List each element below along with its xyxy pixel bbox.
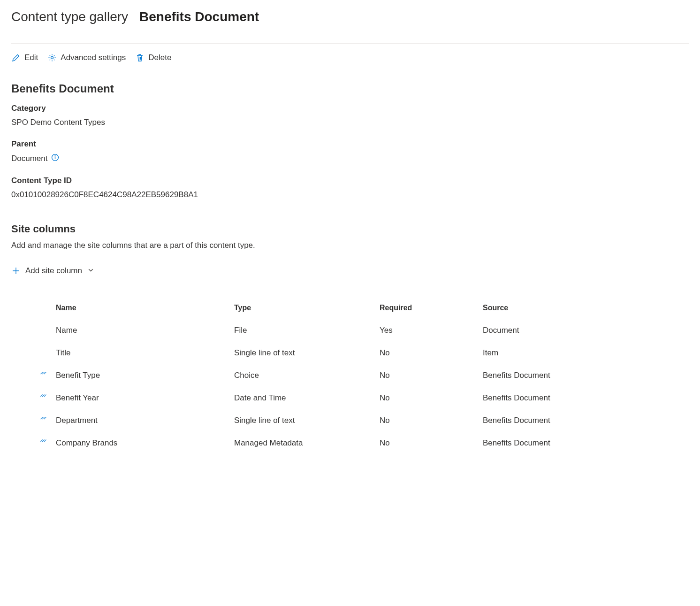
row-name[interactable]: Name [51,319,229,342]
row-type: Single line of text [229,342,375,364]
plus-icon [11,266,21,276]
row-new-indicator [11,432,51,454]
content-type-id-value: 0x01010028926C0F8EC4624C98A22EB59629B8A1 [11,190,689,199]
svg-line-6 [44,372,46,374]
row-new-indicator [11,409,51,432]
add-site-column-label: Add site column [25,266,82,276]
row-source: Benefits Document [478,432,689,454]
row-new-indicator [11,319,51,342]
new-icon [39,394,46,401]
svg-line-14 [43,440,45,442]
column-header-icon [11,297,51,319]
row-name[interactable]: Benefit Type [51,364,229,387]
breadcrumb-parent-link[interactable]: Content type gallery [11,9,128,24]
site-columns-heading: Site columns [11,223,689,235]
advanced-settings-label: Advanced settings [61,53,126,62]
svg-line-8 [43,395,45,397]
row-new-indicator [11,342,51,364]
row-name[interactable]: Benefit Year [51,387,229,409]
advanced-settings-button[interactable]: Advanced settings [47,52,126,63]
svg-line-9 [44,395,46,397]
row-source: Item [478,342,689,364]
row-source: Benefits Document [478,409,689,432]
edit-button[interactable]: Edit [11,52,38,63]
svg-line-15 [44,440,46,442]
category-value: SPO Demo Content Types [11,118,689,127]
row-name[interactable]: Title [51,342,229,364]
add-site-column-button[interactable]: Add site column [11,263,94,278]
table-row[interactable]: NameFileYesDocument [11,319,689,342]
svg-line-12 [44,417,46,419]
row-type: Choice [229,364,375,387]
svg-line-13 [41,440,43,442]
row-required: Yes [375,319,478,342]
column-header-name[interactable]: Name [51,297,229,319]
site-columns-description: Add and manage the site columns that are… [11,241,689,250]
info-icon[interactable] [51,153,59,164]
delete-label: Delete [148,53,171,62]
svg-line-4 [41,372,43,374]
svg-line-11 [43,417,45,419]
parent-value-row: Document [11,153,689,164]
column-header-required[interactable]: Required [375,297,478,319]
row-type: File [229,319,375,342]
trash-icon [135,53,145,62]
row-new-indicator [11,387,51,409]
column-header-source[interactable]: Source [478,297,689,319]
row-required: No [375,342,478,364]
row-source: Document [478,319,689,342]
edit-label: Edit [24,53,38,62]
breadcrumb: Content type gallery Benefits Document [11,9,689,24]
site-columns-table: Name Type Required Source NameFileYesDoc… [11,297,689,454]
gear-icon [47,53,57,62]
table-row[interactable]: TitleSingle line of textNoItem [11,342,689,364]
chevron-down-icon [88,266,94,276]
svg-point-3 [55,156,55,156]
svg-line-7 [41,395,43,397]
command-bar: Edit Advanced settings Delete [11,52,689,63]
svg-point-0 [51,57,53,59]
new-icon [39,416,46,423]
content-type-id-label: Content Type ID [11,176,689,185]
row-name[interactable]: Department [51,409,229,432]
column-header-type[interactable]: Type [229,297,375,319]
category-label: Category [11,104,689,113]
row-required: No [375,409,478,432]
row-required: No [375,364,478,387]
table-row[interactable]: Company BrandsManaged MetadataNoBenefits… [11,432,689,454]
table-row[interactable]: Benefit YearDate and TimeNoBenefits Docu… [11,387,689,409]
row-required: No [375,432,478,454]
row-required: No [375,387,478,409]
content-type-name: Benefits Document [11,82,689,95]
svg-line-5 [43,372,45,374]
table-row[interactable]: Benefit TypeChoiceNoBenefits Document [11,364,689,387]
svg-line-10 [41,417,43,419]
row-type: Managed Metadata [229,432,375,454]
row-source: Benefits Document [478,364,689,387]
new-icon [39,371,46,378]
parent-value: Document [11,154,47,163]
divider [11,43,689,44]
new-icon [39,439,46,446]
row-name[interactable]: Company Brands [51,432,229,454]
delete-button[interactable]: Delete [135,52,171,63]
table-row[interactable]: DepartmentSingle line of textNoBenefits … [11,409,689,432]
breadcrumb-current: Benefits Document [139,9,259,24]
row-source: Benefits Document [478,387,689,409]
edit-icon [11,53,21,62]
row-type: Single line of text [229,409,375,432]
parent-label: Parent [11,139,689,149]
row-type: Date and Time [229,387,375,409]
row-new-indicator [11,364,51,387]
